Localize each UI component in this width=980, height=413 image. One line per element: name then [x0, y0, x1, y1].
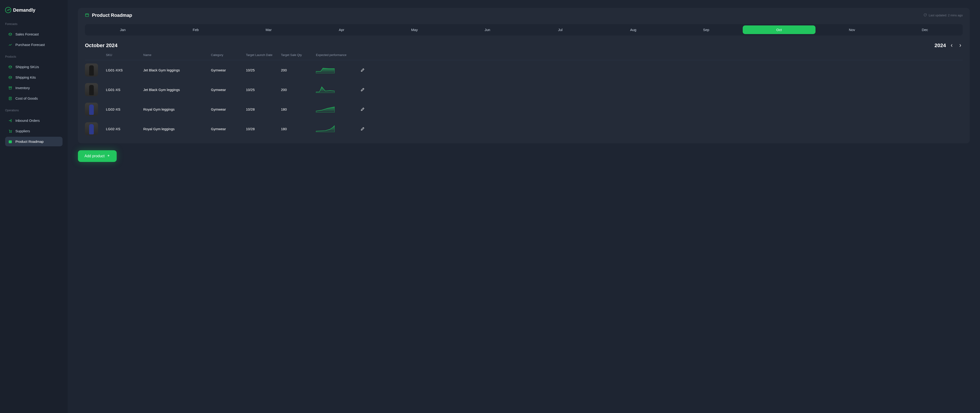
column-header: SKU [106, 53, 143, 57]
cell-sku: LG01-XXS [106, 68, 143, 72]
table-row: LG01-XXSJet Black Gym leggingsGymwear10/… [85, 60, 963, 80]
table-header: SKUNameCategoryTarget Launch DateTarget … [85, 53, 963, 60]
month-tab-mar[interactable]: Mar [232, 25, 305, 34]
product-thumbnail [85, 122, 98, 135]
page-title: Product Roadmap [92, 13, 132, 18]
table-row: LG02-XSRoyal Gym leggingsGymwear10/28180 [85, 99, 963, 119]
month-tab-may[interactable]: May [378, 25, 451, 34]
calendar-icon [8, 140, 12, 143]
brand-name: Demandly [13, 8, 35, 13]
sidebar-item-purchase-forecast[interactable]: Purchase Forecast [5, 40, 62, 49]
cart-icon [8, 129, 12, 133]
add-product-button[interactable]: Add product [78, 150, 117, 162]
cell-sku: LG02-XS [106, 127, 143, 131]
column-header [85, 53, 106, 57]
sidebar-item-suppliers[interactable]: Suppliers [5, 126, 62, 136]
refresh-icon [924, 13, 927, 17]
table-body: LG01-XXSJet Black Gym leggingsGymwear10/… [85, 60, 963, 138]
sidebar-item-shipping-kits[interactable]: Shipping Kits [5, 73, 62, 82]
edit-button[interactable] [356, 68, 370, 72]
products-table: SKUNameCategoryTarget Launch DateTarget … [85, 53, 963, 138]
svg-rect-5 [85, 14, 89, 16]
year-navigation: 2024 [934, 43, 963, 49]
svg-rect-0 [9, 87, 12, 87]
sidebar-item-label: Inbound Orders [15, 119, 40, 122]
cell-qty: 200 [281, 88, 316, 92]
month-tab-aug[interactable]: Aug [597, 25, 670, 34]
package-icon [8, 32, 12, 36]
svg-rect-4 [9, 140, 12, 143]
sidebar-item-label: Shipping SKUs [15, 65, 39, 69]
sidebar-item-shipping-skus[interactable]: Shipping SKUs [5, 62, 62, 71]
sidebar-item-cost-of-goods[interactable]: Cost of Goods [5, 94, 62, 103]
cell-sku: LG01-XS [106, 88, 143, 92]
cell-launch-date: 10/28 [246, 107, 281, 111]
month-tab-sep[interactable]: Sep [670, 25, 743, 34]
cell-category: Gymwear [211, 127, 246, 131]
archive-icon [8, 86, 12, 90]
sidebar-item-sales-forecast[interactable]: Sales Forecast [5, 29, 62, 39]
cell-category: Gymwear [211, 68, 246, 72]
year-next-button[interactable] [958, 43, 963, 48]
column-header [356, 53, 370, 57]
enter-icon [8, 119, 12, 122]
sidebar-item-label: Suppliers [15, 129, 30, 133]
roadmap-card: Product Roadmap Last updated: 2 mins ago… [78, 8, 970, 143]
cell-sparkline [316, 66, 356, 74]
year-label: 2024 [934, 43, 946, 49]
calendar-icon [85, 13, 89, 18]
table-row: LG02-XSRoyal Gym leggingsGymwear10/28180 [85, 119, 963, 138]
card-header: Product Roadmap Last updated: 2 mins ago [85, 13, 963, 18]
sidebar-item-label: Inventory [15, 86, 30, 90]
sidebar-item-label: Sales Forecast [15, 32, 39, 36]
column-header: Target Sale Qty [281, 53, 316, 57]
month-tab-dec[interactable]: Dec [889, 25, 962, 34]
month-tab-jul[interactable]: Jul [524, 25, 597, 34]
column-header: Target Launch Date [246, 53, 281, 57]
sidebar: Demandly ForecastsSales ForecastPurchase… [0, 0, 68, 413]
cell-sparkline [316, 105, 356, 113]
add-product-label: Add product [84, 154, 105, 158]
cell-name: Jet Black Gym leggings [143, 88, 211, 92]
sidebar-item-inbound-orders[interactable]: Inbound Orders [5, 116, 62, 125]
column-header: Expected performance [316, 53, 356, 57]
column-header: Name [143, 53, 211, 57]
sidebar-item-inventory[interactable]: Inventory [5, 83, 62, 93]
edit-button[interactable] [356, 107, 370, 111]
cell-launch-date: 10/25 [246, 88, 281, 92]
sidebar-item-label: Shipping Kits [15, 75, 36, 79]
section-label: Products [5, 55, 62, 58]
svg-point-3 [11, 132, 11, 133]
product-thumbnail [85, 103, 98, 116]
month-tab-oct[interactable]: Oct [743, 25, 816, 34]
product-thumbnail [85, 64, 98, 76]
product-thumbnail [85, 83, 98, 96]
cell-sparkline [316, 86, 356, 94]
sidebar-item-product-roadmap[interactable]: Product Roadmap [5, 137, 62, 146]
period-label: October 2024 [85, 43, 118, 49]
month-tab-feb[interactable]: Feb [159, 25, 232, 34]
sidebar-item-label: Product Roadmap [15, 140, 44, 143]
edit-button[interactable] [356, 127, 370, 131]
month-tab-jan[interactable]: Jan [86, 25, 159, 34]
month-tab-jun[interactable]: Jun [451, 25, 524, 34]
cell-category: Gymwear [211, 107, 246, 111]
main-content: Product Roadmap Last updated: 2 mins ago… [68, 0, 980, 413]
list-icon [8, 97, 12, 100]
month-tab-apr[interactable]: Apr [305, 25, 378, 34]
cell-qty: 180 [281, 107, 316, 111]
month-tab-nov[interactable]: Nov [816, 25, 889, 34]
trend-icon [8, 43, 12, 47]
month-tabs: JanFebMarAprMayJunJulAugSepOctNovDec [85, 24, 963, 35]
cell-sku: LG02-XS [106, 107, 143, 111]
column-header: Category [211, 53, 246, 57]
cell-launch-date: 10/28 [246, 127, 281, 131]
package-icon [8, 65, 12, 69]
year-prev-button[interactable] [949, 43, 955, 48]
plus-icon [107, 154, 110, 158]
cell-launch-date: 10/25 [246, 68, 281, 72]
cell-qty: 200 [281, 68, 316, 72]
section-label: Operations [5, 109, 62, 112]
table-row: LG01-XSJet Black Gym leggingsGymwear10/2… [85, 80, 963, 99]
edit-button[interactable] [356, 87, 370, 92]
